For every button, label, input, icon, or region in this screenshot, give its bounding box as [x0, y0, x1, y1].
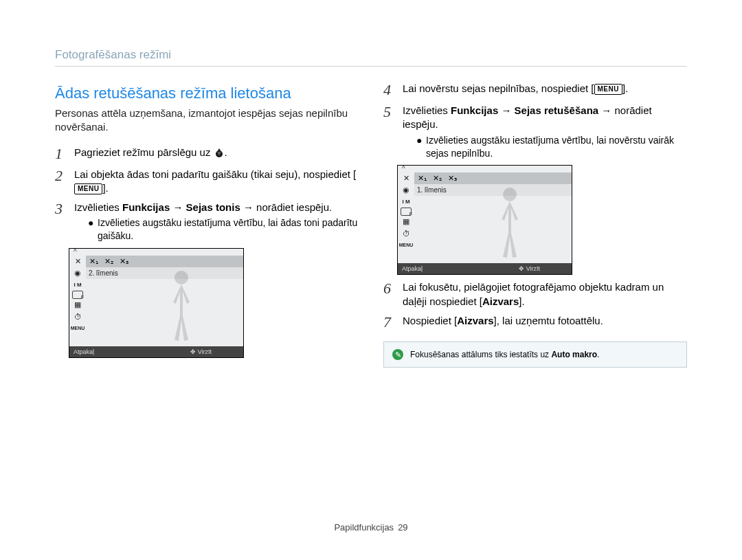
step-1: 1 Pagrieziet režīmu pārslēgu uz +.: [55, 146, 359, 162]
icon: F: [72, 291, 83, 299]
move-label: Virzīt: [526, 265, 540, 272]
arrow: →: [170, 201, 186, 213]
icon: ✕: [71, 256, 85, 267]
nav-icon: ✥: [190, 348, 196, 355]
svg-text:+: +: [218, 149, 219, 152]
info-note: ✎ Fokusēšanas attālums tiks iestatīts uz…: [383, 341, 687, 368]
bullet-dot-icon: ●: [88, 216, 92, 243]
icon: ◉: [399, 184, 413, 196]
page-number: 29: [398, 522, 407, 533]
back-label: Atpakaļ: [74, 348, 94, 355]
person-silhouette-icon: [489, 185, 530, 260]
step-2: 2 Lai objekta ādas toni padarītu gaišāku…: [55, 168, 359, 196]
step-text-tail: .: [225, 146, 227, 158]
option-icon: ✕₁: [86, 256, 101, 267]
step-number: 4: [383, 82, 397, 98]
step-number: 2: [55, 168, 69, 196]
preview-screenshot-left: ^ ✕ ◉ I M F ▦ ⏱ MENU ✕₁ ✕₂ ✕₃ 2. līmenis: [69, 248, 244, 358]
caret-up-icon: ^: [74, 248, 77, 256]
bullet: ● Izvēlieties augstāku iestatījuma vērtī…: [74, 216, 359, 243]
column-right: 4 Lai novērstu sejas nepilnības, nospied…: [383, 82, 687, 502]
step-7: 7 Nospiediet [Aizvars], lai uzņemtu foto…: [383, 314, 687, 331]
sidebar-icon-column: ✕ ◉ I M F ▦ ⏱ MENU: [69, 256, 86, 345]
move-label: Virzīt: [198, 348, 212, 355]
option-icon: ✕₂: [429, 172, 445, 184]
step-text-bold: Sejas tonis: [186, 201, 240, 213]
icon: ◉: [71, 267, 85, 279]
icon: F: [401, 208, 412, 216]
icon: ▦: [399, 216, 413, 227]
option-icon: ✕₃: [445, 172, 460, 184]
step-text: Lai novērstu sejas nepilnības, nospiedie…: [403, 82, 594, 94]
step-5: 5 Izvēlieties Funkcijas → Sejas retušēša…: [383, 104, 687, 159]
preview-screenshot-right: ^ ✕ ◉ I M F ▦ ⏱ MENU ✕₁ ✕₂ ✕₃ 1. līmenis: [397, 165, 572, 275]
step-6: 6 Lai fokusētu, pielāgojiet fotografējam…: [383, 280, 687, 309]
step-text-bold: Aizvars: [457, 315, 493, 326]
bullet-dot-icon: ●: [416, 134, 420, 160]
icon: I M: [399, 196, 413, 208]
bottom-bar: Atpakaļ ✥ Virzīt: [398, 263, 572, 274]
bullet-text: Izvēlieties augstāku iestatījuma vērtību…: [98, 216, 359, 243]
option-icon: ✕₃: [116, 256, 131, 267]
step-number: 5: [383, 104, 397, 159]
info-icon: ✎: [392, 349, 403, 360]
step-text-bold: Funkcijas: [122, 201, 170, 213]
option-icon: ✕₁: [414, 172, 429, 184]
mode-dial-icon: +: [214, 148, 225, 159]
note-text: Fokusēšanas attālums tiks iestatīts uz: [410, 350, 551, 359]
option-icon: ✕₂: [101, 256, 116, 267]
person-silhouette-icon: [161, 268, 202, 344]
section-subtitle: Personas attēla uzņemšana, izmantojot ie…: [55, 107, 359, 135]
menu-icon: MENU: [74, 183, 102, 194]
note-text-tail: .: [597, 350, 599, 359]
arrow: →: [498, 104, 514, 116]
step-text-tail: ].: [622, 82, 628, 94]
options-row: ✕₁ ✕₂ ✕₃: [414, 172, 572, 184]
step-4: 4 Lai novērstu sejas nepilnības, nospied…: [383, 82, 687, 98]
step-text-tail: ], lai uzņemtu fotoattēlu.: [494, 315, 603, 326]
step-number: 7: [383, 314, 397, 331]
caret-up-icon: ^: [402, 165, 405, 172]
step-3: 3 Izvēlieties Funkcijas → Sejas tonis → …: [55, 201, 359, 243]
step-number: 3: [55, 201, 69, 243]
step-text: Izvēlieties: [403, 104, 451, 116]
page-footer: Papildfunkcijas29: [55, 522, 687, 533]
icon: ⏱: [399, 227, 413, 239]
step-number: 6: [383, 280, 397, 309]
bullet-text: Izvēlieties augstāku iestatījuma vērtību…: [426, 134, 687, 160]
bullet: ● Izvēlieties augstāku iestatījuma vērtī…: [403, 134, 687, 160]
step-number: 1: [55, 146, 69, 162]
icon: ⏱: [71, 311, 85, 322]
step-text: Izvēlieties: [74, 201, 122, 213]
step-text: Pagrieziet režīmu pārslēgu uz: [74, 146, 214, 158]
sidebar-icon-column: ✕ ◉ I M F ▦ ⏱ MENU: [398, 172, 414, 262]
step-text: Nospiediet [: [403, 315, 457, 326]
icon: ✕: [399, 172, 413, 184]
breadcrumb: Fotografēšanas režīmi: [55, 48, 687, 67]
icon: MENU: [399, 239, 413, 251]
back-label: Atpakaļ: [402, 265, 423, 272]
step-text-bold: Sejas retušēšana: [515, 104, 599, 116]
nav-icon: ✥: [519, 265, 524, 272]
icon: ▦: [71, 299, 85, 311]
icon: MENU: [71, 322, 85, 334]
svg-point-3: [503, 188, 517, 201]
note-text-bold: Auto makro: [551, 350, 597, 359]
svg-point-2: [175, 271, 188, 284]
menu-icon: MENU: [594, 84, 622, 95]
step-text-tail: ].: [102, 182, 108, 194]
column-left: Ādas retušēšanas režīma lietošana Person…: [55, 82, 359, 502]
step-text: Lai fokusētu, pielāgojiet fotografējamo …: [403, 281, 664, 306]
footer-label: Papildfunkcijas: [334, 522, 394, 533]
step-text-bold: Aizvars: [482, 295, 519, 307]
section-title: Ādas retušēšanas režīma lietošana: [55, 85, 359, 102]
icon: I M: [71, 279, 85, 291]
step-text-tail: → norādiet iespēju.: [240, 201, 332, 213]
step-text: Lai objekta ādas toni padarītu gaišāku (…: [74, 168, 356, 180]
bottom-bar: Atpakaļ ✥ Virzīt: [69, 346, 243, 357]
options-row: ✕₁ ✕₂ ✕₃: [86, 256, 243, 267]
step-text-bold: Funkcijas: [451, 104, 498, 116]
step-text-tail: ].: [519, 295, 524, 307]
